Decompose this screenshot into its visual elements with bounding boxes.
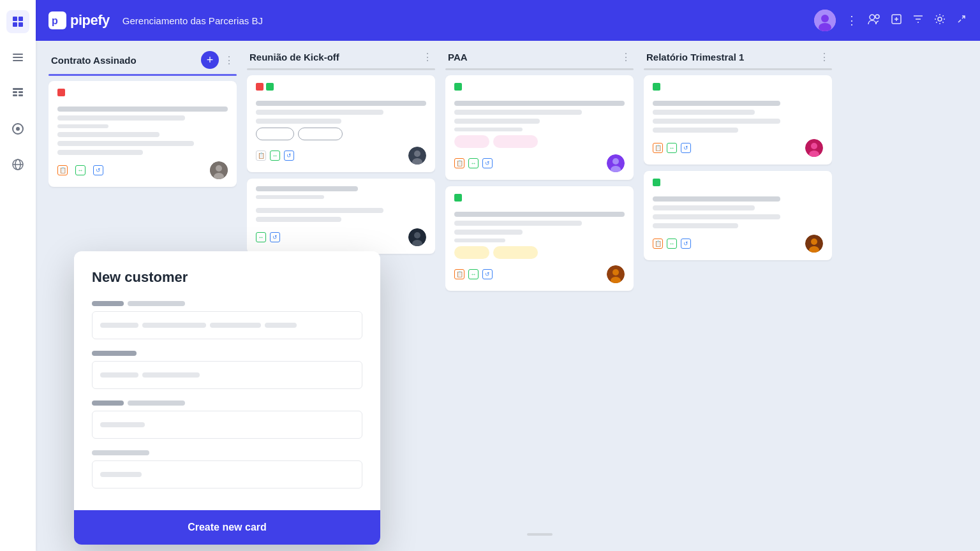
badge-icon-green: ↔ <box>667 239 677 249</box>
create-new-card-button[interactable]: Create new card <box>92 522 362 533</box>
card-tags <box>57 89 228 101</box>
card-line <box>454 239 505 242</box>
logo-text: pipefy <box>70 12 110 29</box>
card-line <box>57 124 108 128</box>
card[interactable]: ↔ ↺ <box>247 179 435 254</box>
header-menu-icon[interactable]: ⋮ <box>846 13 858 27</box>
main-content: p pipefy Gerenciamento das Parcerias BJ … <box>36 0 980 551</box>
form-label-2 <box>92 351 362 356</box>
tools-icon[interactable] <box>956 13 967 28</box>
column-underline-4 <box>644 68 832 70</box>
card-line <box>653 101 780 106</box>
card-line <box>454 230 523 235</box>
badge-icon-green: ↔ <box>270 151 280 161</box>
svg-rect-2 <box>13 22 17 27</box>
badge-icon-green: ↔ <box>468 158 479 168</box>
pill-pink-2 <box>493 135 538 148</box>
badge-icon-green: ↔ <box>75 165 85 175</box>
sidebar-item-globe[interactable] <box>6 153 29 176</box>
card-line <box>653 205 755 210</box>
card-footer: 📋 ↔ ↺ <box>454 265 625 283</box>
cards-list-4: 📋 ↔ ↺ <box>644 75 832 538</box>
svg-point-39 <box>612 269 619 276</box>
user-avatar[interactable] <box>814 10 836 31</box>
card-line <box>454 212 625 217</box>
column-header-3: PAA ⋮ <box>445 41 634 68</box>
card-line <box>256 208 383 213</box>
form-label-3 <box>92 400 362 406</box>
svg-rect-5 <box>13 57 23 58</box>
card-footer: 📋 ↔ ↺ <box>454 154 625 172</box>
sidebar-item-table[interactable] <box>6 82 29 105</box>
badge-icon-green: ↔ <box>468 269 479 279</box>
card[interactable]: 📋 ↔ ↺ <box>644 171 832 260</box>
svg-point-25 <box>938 17 942 21</box>
card-tags <box>454 194 625 207</box>
sidebar-item-automation[interactable] <box>6 117 29 140</box>
placeholder <box>100 372 138 378</box>
form-input-3[interactable] <box>92 411 362 439</box>
form-input-2[interactable] <box>92 361 362 389</box>
card-tag-red <box>57 89 65 96</box>
svg-rect-10 <box>13 94 17 96</box>
form-input-4[interactable] <box>92 460 362 489</box>
card-line <box>454 128 523 131</box>
card[interactable]: 📋 ↔ ↺ <box>445 186 634 291</box>
filter-icon[interactable] <box>912 13 924 28</box>
card[interactable]: 📋 ↔ ↺ <box>644 75 832 165</box>
settings-icon[interactable] <box>934 13 946 28</box>
badge-icon-blue: ↺ <box>482 158 493 168</box>
column-paa: PAA ⋮ <box>445 41 634 538</box>
card-avatar <box>607 265 625 283</box>
column-add-button-1[interactable]: + <box>201 51 219 69</box>
card-line <box>57 150 143 155</box>
avatar-circle <box>408 147 426 165</box>
card-footer: 📋 ↔ ↺ <box>653 139 823 157</box>
sidebar-item-grid[interactable] <box>6 10 29 33</box>
sidebar-item-list[interactable] <box>6 46 29 69</box>
card-tags <box>653 179 823 191</box>
svg-point-27 <box>216 165 222 172</box>
card-badges: 📋 ↔ ↺ <box>454 269 493 279</box>
card-line <box>256 119 341 124</box>
card-tags <box>256 83 426 96</box>
column-more-4[interactable]: ⋮ <box>819 51 829 63</box>
svg-point-30 <box>414 151 420 157</box>
column-title-4: Relatório Trimestral 1 <box>646 52 814 62</box>
card-footer: 📋 ↔ ↺ <box>256 147 426 165</box>
modal-title: New customer <box>92 269 362 286</box>
import-icon[interactable] <box>891 13 902 28</box>
column-more-3[interactable]: ⋮ <box>621 51 631 63</box>
card-line <box>454 110 582 115</box>
card-line <box>57 107 228 112</box>
card-tag-green <box>454 194 462 202</box>
header-right: ⋮ <box>814 10 967 31</box>
svg-rect-11 <box>19 94 23 96</box>
card-pills <box>454 246 625 259</box>
header-left: p pipefy Gerenciamento das Parcerias BJ <box>48 11 263 29</box>
people-icon[interactable] <box>868 13 880 28</box>
placeholder <box>100 422 145 427</box>
card[interactable]: 📋 ↔ ↺ <box>48 81 237 187</box>
label-block <box>92 400 124 406</box>
column-more-1[interactable]: ⋮ <box>224 54 234 66</box>
card-badges: 📋 ↔ ↺ <box>256 151 298 161</box>
card[interactable]: 📋 ↔ ↺ <box>247 75 435 172</box>
card-tags <box>653 83 823 96</box>
form-input-1[interactable] <box>92 311 362 339</box>
card-line <box>653 128 738 133</box>
card-avatar <box>408 228 426 246</box>
card[interactable]: 📋 ↔ ↺ <box>445 75 634 180</box>
form-label-1 <box>92 301 362 306</box>
card-line <box>653 214 780 219</box>
svg-rect-1 <box>19 17 23 21</box>
badge-icon-orange: 📋 <box>57 165 68 175</box>
card-line <box>256 195 324 199</box>
column-relatorio: Relatório Trimestral 1 ⋮ 📋 <box>644 41 832 538</box>
svg-rect-0 <box>13 17 17 21</box>
column-more-2[interactable]: ⋮ <box>422 51 433 63</box>
column-underline-2 <box>247 68 435 70</box>
badge-icon-blue: ↺ <box>284 151 294 161</box>
placeholder <box>142 372 200 378</box>
card-line <box>653 223 738 228</box>
